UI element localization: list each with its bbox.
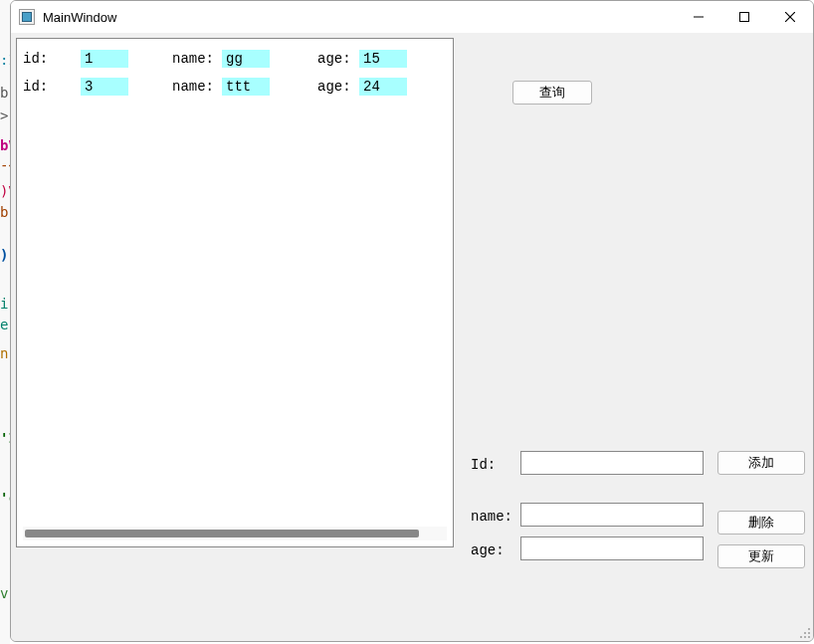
age-label: age: [471,542,505,558]
add-button[interactable]: 添加 [717,451,805,475]
svg-point-5 [804,632,806,634]
window-title: MainWindow [43,10,116,25]
query-button[interactable]: 查询 [512,81,592,105]
ide-gutter: :I b > bV -< )V b ) i e n 'I 'c v [0,0,10,644]
svg-point-9 [808,636,810,638]
row-age-label: age: [315,79,359,95]
result-row[interactable]: id: 1 name: gg age: 15 [21,45,449,73]
row-name-label: name: [170,79,222,95]
result-row[interactable]: id: 3 name: ttt age: 24 [21,73,449,101]
svg-point-7 [800,636,802,638]
row-id-value: 1 [81,50,128,68]
age-input[interactable] [520,537,704,560]
svg-rect-1 [740,13,749,22]
minimize-icon [694,12,704,22]
resize-grip-icon [797,625,811,639]
update-button[interactable]: 更新 [717,544,805,568]
titlebar[interactable]: MainWindow [11,1,813,33]
id-input[interactable] [520,451,704,475]
row-name-label: name: [170,51,222,67]
row-id-label: id: [21,79,81,95]
name-label: name: [471,509,512,525]
name-input[interactable] [520,503,704,527]
main-window: MainWindow [10,0,814,642]
row-name-value: gg [222,50,270,68]
horizontal-scrollbar[interactable] [23,527,447,540]
result-list-panel[interactable]: id: 1 name: gg age: 15 id: 3 name: ttt [16,38,454,547]
window-buttons [676,1,813,33]
svg-point-4 [808,628,810,630]
svg-point-6 [808,632,810,634]
app-icon [19,9,35,25]
row-age-label: age: [315,51,359,67]
minimize-button[interactable] [676,1,721,33]
row-name-value: ttt [222,78,270,96]
row-id-value: 3 [81,78,128,96]
delete-button[interactable]: 删除 [717,511,805,535]
resize-grip[interactable] [797,625,811,639]
close-button[interactable] [767,1,813,33]
maximize-button[interactable] [721,1,767,33]
maximize-icon [739,12,749,22]
row-age-value: 24 [359,78,407,96]
row-id-label: id: [21,51,81,67]
result-list: id: 1 name: gg age: 15 id: 3 name: ttt [17,39,453,107]
row-age-value: 15 [359,50,407,68]
client-area: id: 1 name: gg age: 15 id: 3 name: ttt [11,33,813,641]
scrollbar-thumb[interactable] [25,530,419,537]
close-icon [785,12,795,22]
svg-point-8 [804,636,806,638]
id-label: Id: [471,457,496,473]
